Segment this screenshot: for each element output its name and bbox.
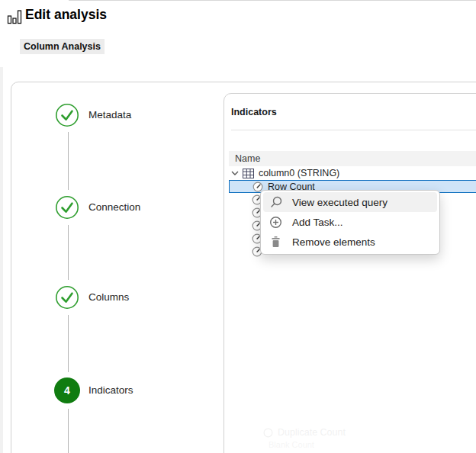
tree-column-header-name[interactable]: Name bbox=[229, 151, 476, 166]
step-number-badge[interactable]: 4 bbox=[54, 378, 80, 403]
indicator-icon bbox=[263, 428, 273, 438]
step-connector bbox=[68, 225, 69, 280]
menu-item-remove-elements[interactable]: Remove elements bbox=[263, 233, 437, 252]
step-complete-check-icon[interactable] bbox=[55, 195, 79, 220]
step-connector bbox=[68, 315, 69, 372]
tree-row-column0[interactable]: column0 (STRING) bbox=[229, 166, 476, 180]
step-complete-check-icon[interactable] bbox=[55, 285, 79, 310]
menu-item-view-executed-query[interactable]: View executed query bbox=[263, 192, 437, 212]
chevron-down-icon[interactable] bbox=[231, 170, 239, 176]
column-analysis-tab[interactable]: Column Analysis bbox=[20, 39, 105, 54]
table-icon bbox=[243, 169, 254, 178]
menu-item-label: Add Task... bbox=[292, 217, 343, 228]
tree-row-label: column0 (STRING) bbox=[259, 168, 339, 178]
menu-item-label: Remove elements bbox=[292, 236, 375, 248]
context-menu: View executed query Add Task... Remove e… bbox=[260, 190, 440, 255]
top-divider bbox=[69, 0, 476, 1]
stepper-step-indicators[interactable]: Indicators bbox=[88, 384, 133, 396]
menu-item-add-task[interactable]: Add Task... bbox=[263, 212, 437, 232]
page-title: Edit analysis bbox=[25, 7, 107, 23]
indicators-panel-title: Indicators bbox=[231, 107, 277, 117]
panel-divider bbox=[231, 130, 476, 130]
ghost-row-label: Duplicate Count bbox=[278, 427, 346, 438]
step-complete-check-icon[interactable] bbox=[55, 103, 79, 127]
stepper-step-metadata[interactable]: Metadata bbox=[88, 109, 131, 120]
stepper-step-columns[interactable]: Columns bbox=[88, 291, 129, 303]
edit-analysis-screen: Edit analysis Column Analysis Metadata C… bbox=[0, 0, 476, 453]
trash-icon bbox=[269, 236, 282, 249]
magnifier-icon bbox=[269, 196, 282, 209]
bar-chart-icon bbox=[6, 8, 23, 25]
indicators-panel bbox=[224, 93, 476, 453]
left-edge-strip bbox=[0, 67, 3, 453]
ghost-row-duplicate-count: Duplicate Count bbox=[263, 427, 346, 438]
circle-plus-icon bbox=[269, 216, 282, 229]
step-connector bbox=[68, 409, 69, 453]
ghost-row-blank-count: Blank Count bbox=[269, 440, 314, 449]
stepper-step-connection[interactable]: Connection bbox=[88, 201, 140, 213]
menu-item-label: View executed query bbox=[292, 197, 388, 208]
step-connector bbox=[68, 132, 69, 190]
